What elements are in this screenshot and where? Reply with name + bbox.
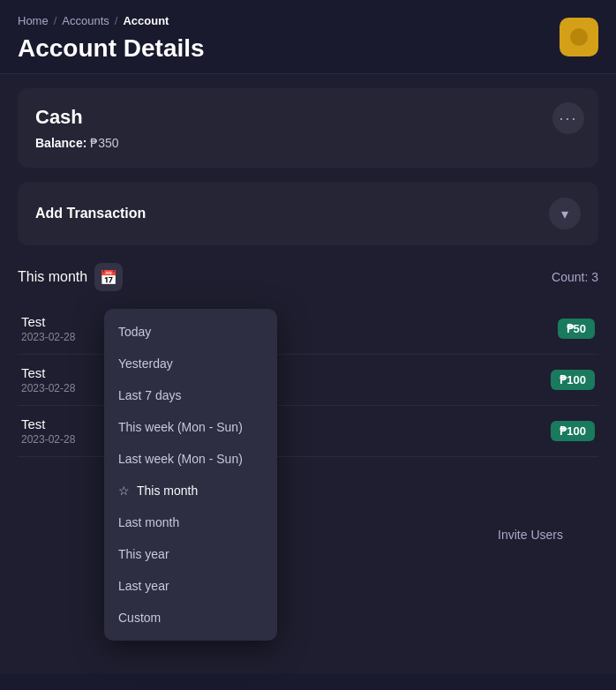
dropdown-label: Custom <box>118 611 161 625</box>
dropdown-item-lastyear[interactable]: Last year <box>104 570 277 602</box>
breadcrumb-sep1: / <box>54 14 57 27</box>
add-transaction-label: Add Transaction <box>35 206 146 221</box>
breadcrumb-sep2: / <box>115 14 118 27</box>
dropdown-item-last7days[interactable]: Last 7 days <box>104 379 277 411</box>
dropdown-item-today[interactable]: Today <box>104 316 277 348</box>
invite-users-label: Invite Users <box>498 528 563 542</box>
calendar-icon: 📅 <box>100 269 117 286</box>
transaction-name: Test <box>21 314 75 329</box>
chevron-down-icon: ▾ <box>561 206 568 222</box>
star-icon: ☆ <box>118 484 130 498</box>
page-title: Account Details <box>18 34 205 63</box>
main-content: Cash Balance: ₱350 ··· Add Transaction ▾… <box>0 74 616 674</box>
transaction-date: 2023-02-28 <box>21 331 75 343</box>
dropdown-label: Last 7 days <box>118 388 182 402</box>
amount-badge: ₱50 <box>558 319 595 339</box>
account-card: Cash Balance: ₱350 ··· <box>18 88 598 168</box>
balance-label: Balance: <box>35 136 86 150</box>
amount-badge: ₱100 <box>551 421 595 441</box>
dropdown-item-thismonth[interactable]: ☆ This month <box>104 475 277 506</box>
count-label: Count: 3 <box>552 270 598 284</box>
dropdown-label: This week (Mon - Sun) <box>118 420 243 434</box>
breadcrumb-accounts[interactable]: Accounts <box>62 14 109 27</box>
amount-badge: ₱100 <box>551 370 595 390</box>
transaction-date: 2023-02-28 <box>21 433 75 446</box>
dropdown-menu: Today Yesterday Last 7 days This week (M… <box>104 309 277 641</box>
calendar-button[interactable]: 📅 <box>94 263 123 291</box>
dropdown-label: This year <box>118 547 169 561</box>
dropdown-label: Yesterday <box>118 356 173 371</box>
transaction-info: Test 2023-02-28 <box>21 365 75 394</box>
transaction-info: Test 2023-02-28 <box>21 314 75 343</box>
more-options-button[interactable]: ··· <box>552 102 584 134</box>
dropdown-item-lastmonth[interactable]: Last month <box>104 506 277 538</box>
filter-row: This month 📅 Count: 3 <box>18 263 598 291</box>
add-transaction-chevron[interactable]: ▾ <box>549 198 581 229</box>
transaction-name: Test <box>21 416 75 431</box>
dropdown-item-thisweek[interactable]: This week (Mon - Sun) <box>104 411 277 443</box>
dropdown-item-yesterday[interactable]: Yesterday <box>104 348 277 379</box>
transaction-info: Test 2023-02-28 <box>21 416 75 446</box>
header: Home / Accounts / Account Account Detail… <box>0 0 616 74</box>
breadcrumb-home[interactable]: Home <box>18 14 49 27</box>
transaction-name: Test <box>21 365 75 380</box>
dropdown-label: Today <box>118 325 151 339</box>
breadcrumb-current: Account <box>123 14 169 27</box>
filter-label: This month <box>18 269 87 285</box>
avatar-icon <box>570 28 588 46</box>
dropdown-label: This month <box>137 484 198 498</box>
dropdown-item-thisyear[interactable]: This year <box>104 538 277 570</box>
header-left: Home / Accounts / Account Account Detail… <box>18 14 205 63</box>
account-name: Cash <box>35 106 581 129</box>
dropdown-label: Last month <box>118 515 179 529</box>
account-balance: Balance: ₱350 <box>35 136 581 150</box>
dropdown-label: Last year <box>118 579 169 593</box>
balance-value: ₱350 <box>90 136 118 150</box>
avatar-button[interactable] <box>560 18 598 56</box>
breadcrumb: Home / Accounts / Account <box>18 14 205 27</box>
filter-left: This month 📅 <box>18 263 123 291</box>
transaction-date: 2023-02-28 <box>21 382 75 394</box>
more-icon: ··· <box>559 109 577 128</box>
dropdown-item-custom[interactable]: Custom <box>104 602 277 634</box>
dropdown-label: Last week (Mon - Sun) <box>118 452 243 466</box>
add-transaction-card[interactable]: Add Transaction ▾ <box>18 182 598 245</box>
dropdown-item-lastweek[interactable]: Last week (Mon - Sun) <box>104 443 277 475</box>
